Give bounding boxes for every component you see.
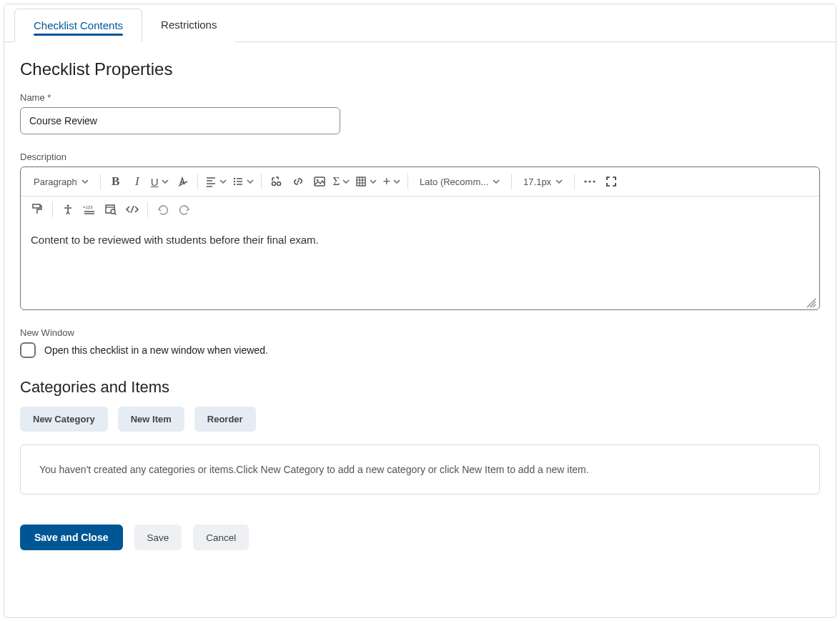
- svg-point-9: [589, 180, 591, 182]
- accessibility-icon: [62, 204, 74, 215]
- list-icon: [232, 176, 244, 187]
- chevron-down-icon: [370, 178, 377, 185]
- resize-grip-icon[interactable]: [805, 297, 816, 308]
- footer-buttons: Save and Close Save Cancel: [20, 525, 820, 550]
- name-label: Name *: [20, 92, 820, 103]
- paragraph-dropdown[interactable]: Paragraph: [26, 174, 96, 190]
- code-icon: [125, 204, 139, 214]
- image-icon: [313, 176, 326, 187]
- chevron-down-icon: [162, 178, 169, 185]
- text-color-icon: [176, 175, 189, 188]
- editor-toolbar-row2: =123: [21, 197, 819, 225]
- more-actions-button[interactable]: [579, 170, 601, 193]
- chevron-down-icon: [81, 178, 89, 185]
- reorder-button[interactable]: Reorder: [194, 407, 256, 432]
- equation-button[interactable]: Σ: [330, 170, 353, 193]
- fullscreen-button[interactable]: [601, 170, 622, 193]
- preview-icon: [104, 204, 117, 215]
- format-paint-button[interactable]: [26, 198, 48, 221]
- word-count-button[interactable]: =123: [79, 198, 100, 221]
- source-code-button[interactable]: [122, 198, 143, 221]
- accessibility-button[interactable]: [57, 198, 79, 221]
- svg-rect-11: [33, 204, 40, 208]
- size-label: 17.1px: [523, 177, 551, 187]
- new-window-text: Open this checklist in a new window when…: [44, 344, 268, 356]
- svg-point-4: [277, 182, 280, 186]
- redo-icon: [179, 204, 190, 215]
- tab-checklist-contents[interactable]: Checklist Contents: [14, 9, 142, 42]
- chevron-down-icon: [493, 178, 500, 185]
- link-icon: [292, 175, 305, 188]
- font-dropdown[interactable]: Lato (Recomm...: [412, 174, 507, 190]
- new-category-button[interactable]: New Category: [20, 407, 108, 432]
- new-window-label: New Window: [20, 327, 820, 338]
- svg-point-1: [233, 181, 234, 182]
- chevron-down-icon: [393, 178, 400, 185]
- italic-button[interactable]: I: [127, 170, 148, 193]
- size-dropdown[interactable]: 17.1px: [516, 174, 570, 190]
- main-panel: Checklist Contents Restrictions Checklis…: [4, 4, 836, 618]
- insert-stuff-button[interactable]: [266, 170, 287, 193]
- fullscreen-icon: [606, 176, 617, 187]
- svg-text:=123: =123: [83, 205, 93, 209]
- name-input[interactable]: [20, 107, 340, 134]
- tab-restrictions[interactable]: Restrictions: [142, 9, 235, 42]
- svg-point-10: [593, 180, 596, 182]
- svg-point-6: [316, 179, 318, 182]
- heading-properties: Checklist Properties: [20, 59, 820, 79]
- svg-point-2: [233, 184, 234, 185]
- redo-button[interactable]: [174, 198, 195, 221]
- format-paint-icon: [31, 203, 44, 216]
- new-window-checkbox[interactable]: [20, 342, 36, 358]
- heading-categories: Categories and Items: [20, 378, 820, 397]
- ellipsis-icon: [583, 179, 596, 184]
- svg-rect-7: [357, 177, 365, 186]
- bold-button[interactable]: B: [105, 170, 127, 193]
- table-icon: [355, 176, 367, 187]
- tab-bar: Checklist Contents Restrictions: [4, 9, 836, 42]
- empty-state-panel: You haven't created any categories or it…: [20, 444, 820, 495]
- undo-icon: [157, 204, 169, 215]
- paragraph-label: Paragraph: [34, 177, 77, 187]
- font-label: Lato (Recomm...: [420, 177, 488, 187]
- save-button[interactable]: Save: [134, 525, 182, 550]
- underline-button[interactable]: U: [148, 170, 172, 193]
- description-textarea[interactable]: Content to be reviewed with students bef…: [21, 225, 819, 309]
- text-color-button[interactable]: [172, 170, 193, 193]
- description-editor: Paragraph B I U: [20, 167, 820, 310]
- table-button[interactable]: [352, 170, 380, 193]
- align-icon: [205, 176, 217, 187]
- svg-point-8: [585, 180, 587, 182]
- word-count-icon: =123: [83, 204, 96, 214]
- tab-content: Checklist Properties Name * Description …: [4, 42, 836, 563]
- link-button[interactable]: [287, 170, 309, 193]
- chevron-down-icon: [219, 178, 227, 185]
- cancel-button[interactable]: Cancel: [193, 525, 249, 550]
- insert-more-button[interactable]: +: [380, 170, 403, 193]
- image-button[interactable]: [309, 170, 330, 193]
- list-button[interactable]: [229, 170, 257, 193]
- svg-point-0: [233, 178, 234, 179]
- save-and-close-button[interactable]: Save and Close: [20, 525, 123, 550]
- svg-point-12: [66, 204, 69, 207]
- insert-stuff-icon: [270, 175, 283, 188]
- preview-button[interactable]: [100, 198, 122, 221]
- empty-state-text: You haven't created any categories or it…: [39, 464, 589, 475]
- undo-button[interactable]: [152, 198, 174, 221]
- svg-point-3: [272, 182, 275, 186]
- align-button[interactable]: [202, 170, 229, 193]
- chevron-down-icon: [555, 178, 563, 185]
- chevron-down-icon: [247, 178, 254, 185]
- editor-toolbar-row1: Paragraph B I U: [21, 167, 819, 197]
- description-label: Description: [20, 151, 820, 162]
- chevron-down-icon: [342, 178, 350, 185]
- new-item-button[interactable]: New Item: [118, 407, 184, 432]
